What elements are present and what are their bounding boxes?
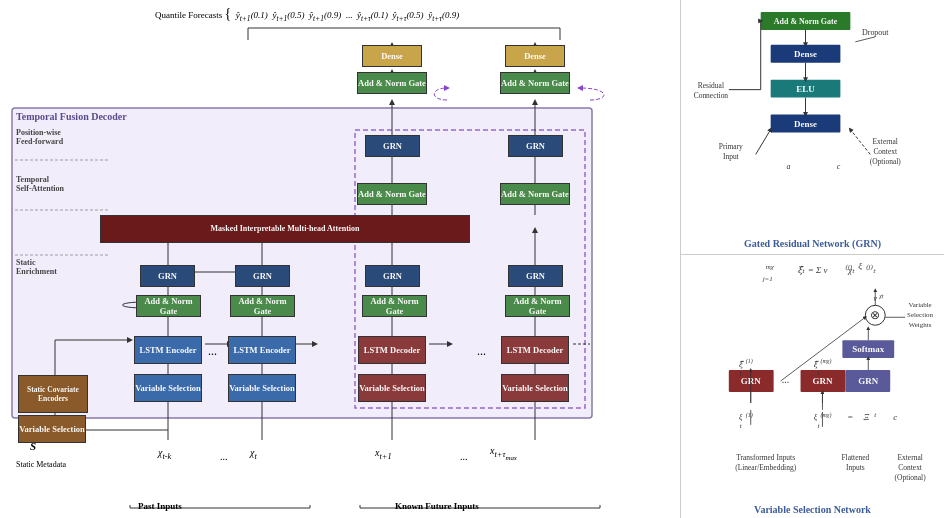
varsel-enc-1: Variable Selection (134, 374, 202, 402)
svg-text:Variable: Variable (908, 301, 931, 309)
svg-text:Flattened: Flattened (841, 453, 869, 462)
svg-text:(j): (j) (845, 263, 852, 271)
svg-text:(Optional): (Optional) (895, 473, 927, 482)
main-container: Quantile Forecasts { ŷt+1(0.1) ŷt+1(0.5)… (0, 0, 944, 518)
svg-text:ξ: ξ (814, 413, 818, 422)
static-metadata-label: Static Metadata (16, 460, 66, 470)
svg-rect-53 (761, 12, 851, 30)
svg-text:External: External (897, 453, 922, 462)
svg-text:Softmax: Softmax (852, 344, 884, 354)
static-cov-enc: Static Covariate Encoders (18, 375, 88, 413)
varsel-dec-2: Variable Selection (501, 374, 569, 402)
svg-text:(mχ): (mχ) (820, 412, 831, 419)
lstm-dec-1: LSTM Decoder (358, 336, 426, 364)
svg-text:Weights: Weights (909, 321, 932, 329)
left-diagram: Quantile Forecasts { ŷt+1(0.1) ŷt+1(0.5)… (0, 0, 680, 518)
q6: ŷt+τ(0.9) (428, 10, 459, 20)
svg-text:Context: Context (898, 463, 923, 472)
svg-text:Input: Input (723, 152, 740, 161)
dense-box-2: Dense (505, 45, 565, 67)
svg-text:ξ̂ₜ = Σ v: ξ̂ₜ = Σ v (798, 265, 828, 275)
svg-rect-61 (771, 115, 841, 133)
temporal-attention-label: TemporalSelf-Attention (16, 175, 111, 193)
svg-text:t: t (818, 369, 821, 377)
add-norm-top-1: Add & Norm Gate (357, 72, 427, 94)
add-norm-mid-2: Add & Norm Gate (230, 295, 295, 317)
vsn-title: Variable Selection Network (681, 504, 944, 515)
right-panels: Add & Norm Gate Dropout Dense ELU Dense (680, 0, 944, 518)
svg-rect-101 (801, 370, 846, 392)
svg-text:GRN: GRN (858, 376, 878, 386)
svg-text:ELU: ELU (796, 84, 815, 94)
svg-rect-96 (842, 340, 894, 358)
svg-line-130 (781, 317, 866, 381)
varsel-enc-2: Variable Selection (228, 374, 296, 402)
svg-text:χₜ: χₜ (847, 265, 855, 275)
dots-1: ... (220, 450, 228, 463)
grn-panel: Add & Norm Gate Dropout Dense ELU Dense (681, 0, 944, 255)
svg-point-88 (865, 305, 885, 325)
svg-text:GRN: GRN (813, 376, 833, 386)
svg-text:Primary: Primary (719, 142, 743, 151)
svg-text:v: v (873, 294, 877, 303)
svg-text:Ξ: Ξ (863, 412, 869, 422)
grn-static-3: GRN (365, 265, 420, 287)
varsel-static: Variable Selection (18, 415, 86, 443)
dense-box-1: Dense (362, 45, 422, 67)
svg-text:GRN: GRN (741, 376, 761, 386)
q3: ŷt+1(0.9) (309, 10, 341, 20)
svg-rect-59 (771, 80, 841, 98)
svg-text:Dense: Dense (794, 119, 817, 129)
quantile-text: Quantile Forecasts (155, 10, 222, 20)
svg-text:t: t (874, 411, 877, 419)
svg-text:Transformed Inputs: Transformed Inputs (736, 453, 795, 462)
svg-text:c: c (837, 162, 841, 171)
svg-text:External: External (873, 137, 898, 146)
svg-text:Dropout: Dropout (862, 28, 889, 37)
svg-text:(Linear/Embedding): (Linear/Embedding) (735, 463, 796, 472)
lstm-dots-2: ... (477, 344, 486, 360)
svg-text:Context: Context (873, 147, 898, 156)
svg-text:ξ: ξ (858, 261, 862, 271)
attention-box: Masked Interpretable Multi-head Attentio… (100, 215, 470, 243)
svg-text:t: t (740, 369, 743, 377)
lstm-enc-1: LSTM Encoder (134, 336, 202, 364)
q5: ŷt+τ(0.5) (393, 10, 424, 20)
grn-static-2: GRN (235, 265, 290, 287)
static-enrichment-label: StaticEnrichment (16, 258, 111, 276)
svg-text:j=1: j=1 (762, 275, 773, 283)
svg-text:a: a (787, 162, 791, 171)
quantile-label: Quantile Forecasts { ŷt+1(0.1) ŷt+1(0.5)… (155, 5, 459, 24)
svg-line-56 (855, 37, 875, 42)
lstm-dots: ... (208, 344, 217, 360)
svg-text:(mχ): (mχ) (820, 358, 831, 365)
svg-text:ξ̃: ξ̃ (813, 360, 819, 369)
q1: ŷt+1(0.1) (236, 10, 268, 20)
lstm-enc-2: LSTM Encoder (228, 336, 296, 364)
grn-pos-1: GRN (365, 135, 420, 157)
svg-text:...: ... (782, 374, 789, 385)
q2: ŷt+1(0.5) (272, 10, 304, 20)
svg-text:(1): (1) (746, 358, 753, 365)
svg-text:mχ: mχ (766, 263, 775, 271)
x-t-plus-tau: xt+τmax (490, 444, 517, 463)
svg-text:⊗: ⊗ (870, 308, 880, 322)
tfd-title: Temporal Fusion Decoder (16, 111, 127, 122)
svg-text:ξ̃: ξ̃ (739, 360, 745, 369)
grn-pos-2: GRN (508, 135, 563, 157)
svg-text:Selection: Selection (907, 311, 933, 319)
svg-rect-103 (845, 370, 890, 392)
svg-text:=: = (848, 412, 853, 422)
svg-rect-98 (729, 370, 774, 392)
svg-text:Connection: Connection (694, 91, 729, 100)
lstm-dec-2: LSTM Decoder (501, 336, 569, 364)
svg-text:ξ: ξ (739, 413, 743, 422)
grn-static-4: GRN (508, 265, 563, 287)
add-norm-mid-4: Add & Norm Gate (505, 295, 570, 317)
past-inputs-label: Past Inputs (138, 501, 182, 513)
q4: ŷt+τ(0.1) (357, 10, 388, 20)
svg-text:t: t (818, 422, 821, 430)
add-norm-temp-1: Add & Norm Gate (357, 183, 427, 205)
add-norm-temp-2: Add & Norm Gate (500, 183, 570, 205)
svg-text:(Optional): (Optional) (870, 157, 902, 166)
